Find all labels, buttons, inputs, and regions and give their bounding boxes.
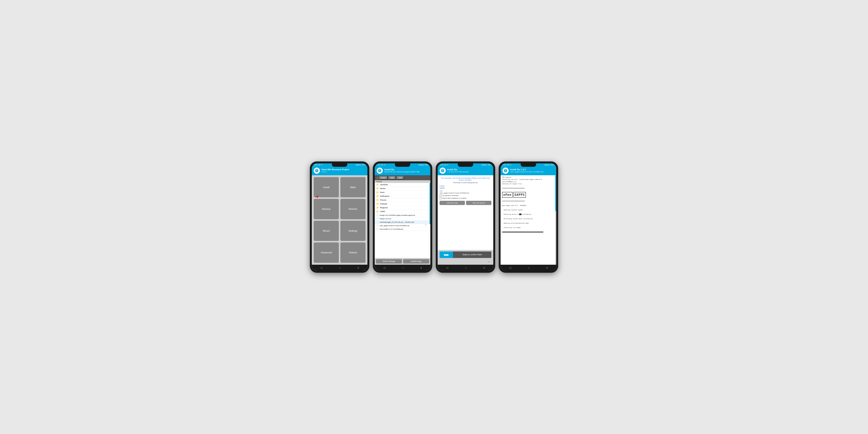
battery-4: Battery: 85% [544,164,554,166]
scrollbar [430,183,430,224]
home-btn-1[interactable]: ○ [339,266,341,269]
back-btn-2[interactable]: ◁ [383,266,385,269]
list-item[interactable]: 📁 Movies [375,187,430,191]
list-item[interactable]: 📁 Podcasts [375,202,430,206]
back-btn-4[interactable]: ◁ [509,266,511,269]
reboot-checkbox[interactable] [440,197,441,199]
scroll-thumb [555,175,556,211]
header-text-4: Install Zip 1 of 1 open_gapps-arm64-9.0-… [510,168,544,173]
log-line: Open GApps nano 9.0 - 20190823 [502,205,554,207]
selected-file-item[interactable]: 📄 OnePlus6Oxygen_22_OTA_033_all_1...3012… [375,221,430,224]
log-line: Checking for Digest file... [502,183,554,185]
svg-point-0 [315,169,318,172]
list-item[interactable]: 📁 Ringtones [375,206,430,210]
settings-button[interactable]: Settings [340,221,366,241]
header-3: Install Zip 1 of max of 10 Files queued [438,167,493,175]
svg-point-1 [316,171,317,171]
log-line [502,220,554,222]
restore-button[interactable]: Restore [340,199,366,219]
twrp-icon-2 [377,168,383,174]
log-line: ############################ [502,187,554,190]
svg-point-3 [379,171,380,171]
folder-value: /sdcard [440,187,491,189]
app-subtitle-4: open_gapps-arm64-9.0-nano-20190823.zip [510,171,544,173]
home-btn-2[interactable]: ○ [402,266,403,269]
install-arrow: ➤ [314,194,320,199]
file-list[interactable]: 📁 Download 📁 Movies 📁 Music 📁 Notificati… [375,183,430,258]
folder-icon: 📁 [376,210,379,213]
twrp-icon-4 [502,168,508,174]
reboot-button[interactable]: Reboot [340,242,366,263]
list-item[interactable]: 📄 twrp-installer-3.3.1-2-enchilada.zip [375,228,430,231]
nav-bar-3: ◁ ○ ≡ [438,265,493,271]
log-line [502,224,554,227]
log-line: MTP Enabled [502,176,554,178]
wipe-button[interactable]: Wipe [340,177,366,198]
zip-icon: 📄 [376,228,378,230]
log-line [502,185,554,187]
mount-button[interactable]: Mount [314,221,339,241]
home-btn-3[interactable]: ○ [465,266,466,269]
install-button[interactable]: Install ➤ [314,177,339,198]
header-1: Team Win Recovery Project 3.3.1-2 [312,167,367,175]
log-line: - Mounting /system /vendor [502,209,554,211]
advanced-button[interactable]: Advanced [314,242,339,263]
col-size[interactable]: Size [397,176,404,179]
folder-icon: 📁 [376,187,379,190]
svg-point-5 [442,171,443,171]
folder-icon: 📁 [376,203,379,205]
zip-signature-checkbox[interactable] [440,195,441,197]
cpu-status-2: CPU: 35 °C [377,164,386,166]
notifications-folder[interactable]: 📁 Notifications [375,195,430,198]
list-item[interactable]: 📄 Magisk-v19.3.zip [375,217,430,221]
col-name[interactable]: Name [379,176,388,179]
menu-grid: Install ➤ Wipe Backup Restore Mount [312,175,367,265]
list-item[interactable]: 📄 lineage-16.0-20190825-nightly-enchilad… [375,214,430,217]
file-value: open_gapps-arm64-9.0-nano-20190823.zip [440,192,491,194]
list-item[interactable]: 📁 Pictures [375,198,430,202]
menu-btn-3[interactable]: ≡ [483,266,485,269]
screen-3: CPU: 35 °C 1:11 PM Battery: 85% Install … [438,163,493,271]
progress-bar [502,231,544,233]
svg-point-6 [504,169,507,172]
swipe-arrows[interactable]: ▶▶▶ [440,252,453,258]
notch-2 [395,163,410,167]
list-item[interactable]: 📁 TWRP [375,210,430,214]
twrp-icon-3 [440,168,446,174]
clear-zip-queue-button[interactable]: Clear Zip Queue [466,201,491,205]
notch-1 [332,163,347,167]
gapps-logo-open: oPen [502,192,513,198]
nav-bar-2: ◁ ○ ≡ [375,265,430,271]
reboot-label: Reboot after installation is complete [442,197,467,199]
list-item[interactable]: 📁 Download [375,183,430,187]
log-content: MTP Enabled Installing zip file '/sdcard… [501,175,555,265]
back-btn-1[interactable]: ◁ [320,266,322,269]
gapps-file-item[interactable]: 📄 open_gapps-arm64-9.0-nano-20190823.zip [375,224,430,228]
screen-2: CPU: 35 °C 1:10 PM Battery: 85% Install … [375,163,430,271]
log-line [502,198,554,200]
app-title-1: Team Win Recovery Project [321,168,349,171]
battery-2: Battery: 85% [418,164,428,166]
add-more-zips-button[interactable]: Add more Zips [440,201,465,205]
cpu-status-1: CPU: 35 °C [314,164,323,166]
main-content-1: Install ➤ Wipe Backup Restore Mount [312,175,367,271]
select-storage-button[interactable]: Select Storage [376,259,402,264]
back-btn-3[interactable]: ◁ [446,266,448,269]
list-item[interactable]: 📁 Music [375,191,430,195]
install-image-button[interactable]: Install Image [403,259,429,264]
menu-btn-4[interactable]: ≡ [546,266,548,269]
file-path: /sdcard [375,180,430,183]
file-label: File: [440,190,491,192]
app-title-2: Install Zip [384,168,420,171]
menu-btn-1[interactable]: ≡ [358,266,359,269]
log-line: ############################ [502,200,554,202]
swipe-bar[interactable]: ▶▶▶ Swipe to confirm Flash [440,252,491,258]
phone-3: CPU: 35 °C 1:11 PM Battery: 85% Install … [436,162,495,273]
zip-icon: 📄 [376,225,378,227]
col-date[interactable]: Date [388,176,396,179]
home-btn-4[interactable]: ○ [528,266,529,269]
main-content-4: MTP Enabled Installing zip file '/sdcard… [501,175,556,265]
menu-btn-2[interactable]: ≡ [421,266,422,269]
backup-button[interactable]: Backup [314,199,339,219]
swipe-text: Swipe to confirm Flash [453,254,491,256]
